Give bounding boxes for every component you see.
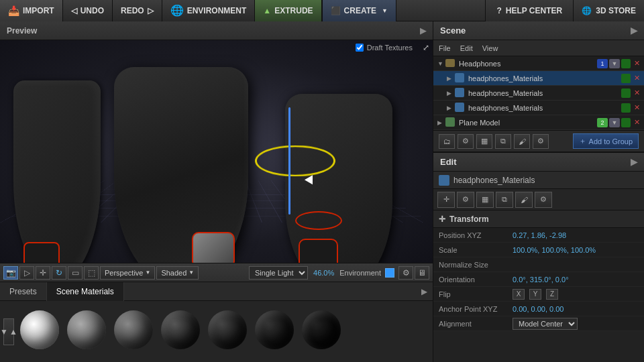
- mat-icon-2: [455, 88, 466, 99]
- tree-item-mat1[interactable]: ▶ headphones_Materials ✕: [433, 71, 644, 86]
- mat3-visibility[interactable]: [621, 103, 631, 113]
- anchor-value[interactable]: 0.00, 0.00, 0.00: [513, 305, 564, 313]
- scene-menu-view[interactable]: View: [482, 44, 498, 52]
- draft-textures-checkbox[interactable]: [356, 44, 364, 52]
- alignment-dropdown[interactable]: Model Center: [513, 318, 578, 330]
- preview-expand-icon[interactable]: ▶: [420, 26, 426, 36]
- settings-button[interactable]: ⚙: [398, 266, 413, 280]
- mat-icon-1: [455, 73, 466, 84]
- viewport[interactable]: Draft Textures ⤢: [0, 40, 433, 263]
- settings-tool-button[interactable]: ⚙: [458, 134, 474, 149]
- orientation-label: Orientation: [439, 276, 513, 284]
- dup-edit-button[interactable]: ⧉: [496, 192, 513, 208]
- plane-visibility[interactable]: [621, 118, 631, 127]
- select-tool-button[interactable]: ▷: [19, 266, 34, 280]
- flip-row: Flip X Y Z: [433, 287, 644, 302]
- headphones-close[interactable]: ✕: [632, 59, 641, 68]
- move-tool-button[interactable]: ✛: [36, 266, 50, 280]
- mat3-close[interactable]: ✕: [632, 103, 641, 113]
- sphere-dark: [208, 310, 247, 349]
- tree-expand-mat3[interactable]: ▶: [447, 105, 455, 111]
- scale-value[interactable]: 100.0%, 100.0%, 100.0%: [513, 246, 596, 254]
- presets-tab[interactable]: Presets: [0, 282, 47, 301]
- render-button[interactable]: 🖥: [415, 266, 429, 280]
- help-center-button[interactable]: ? HELP CENTER: [485, 0, 573, 21]
- material-sphere-6[interactable]: [252, 304, 296, 355]
- import-button[interactable]: 📥 IMPORT: [0, 0, 63, 21]
- orientation-value[interactable]: 0.0°, 315.0°, 0.0°: [513, 276, 569, 284]
- plane-menu-arrow[interactable]: ▼: [609, 118, 620, 127]
- bottom-panel-expand-icon[interactable]: ▶: [416, 282, 433, 300]
- tree-expand-mat2[interactable]: ▶: [447, 90, 455, 97]
- tree-expand-plane[interactable]: ▶: [437, 119, 445, 126]
- grid-tool-button[interactable]: ▦: [476, 134, 492, 149]
- create-button[interactable]: ⬛ CREATE ▼: [322, 0, 396, 21]
- flip-z-button[interactable]: Z: [546, 289, 558, 300]
- scale-row: Scale 100.0%, 100.0%, 100.0%: [433, 243, 644, 257]
- arc-blue: [288, 107, 290, 215]
- gear-edit-button[interactable]: ⚙: [457, 192, 474, 208]
- headphones-visibility[interactable]: [621, 59, 631, 68]
- mat2-visibility[interactable]: [621, 88, 631, 98]
- tree-item-mat3[interactable]: ▶ headphones_Materials ✕: [433, 101, 644, 115]
- position-value[interactable]: 0.27, 1.86, -2.98: [513, 231, 566, 239]
- options-edit-button[interactable]: ⚙: [535, 192, 552, 208]
- material-sphere-3[interactable]: [111, 304, 155, 355]
- environment-button[interactable]: 🌐 ENVIRONMENT: [162, 0, 256, 21]
- store-icon: 🌐: [582, 6, 592, 15]
- edit-expand-icon[interactable]: ▶: [631, 157, 637, 167]
- redo-button[interactable]: REDO ▷: [113, 0, 162, 21]
- tree-item-headphones[interactable]: ▼ Headphones 1 ▼ ✕: [433, 56, 644, 71]
- scene-expand-icon[interactable]: ▶: [631, 25, 637, 36]
- duplicate-button[interactable]: ⧉: [495, 134, 511, 149]
- orientation-row: Orientation 0.0°, 315.0°, 0.0°: [433, 272, 644, 287]
- add-to-group-button[interactable]: ＋ Add to Group: [573, 133, 639, 149]
- camera-button[interactable]: 📷: [3, 266, 18, 280]
- add-item-button[interactable]: 🗂: [439, 134, 455, 149]
- scene-materials-tab[interactable]: Scene Materials: [47, 282, 124, 301]
- scene-menu-file[interactable]: File: [439, 44, 451, 52]
- tree-expand-mat1[interactable]: ▶: [447, 75, 455, 82]
- perspective-dropdown[interactable]: Perspective ▼: [100, 266, 155, 280]
- viewport-expand-button[interactable]: ⤢: [423, 43, 429, 52]
- scene-menu-edit[interactable]: Edit: [460, 44, 473, 52]
- tree-item-plane[interactable]: ▶ Plane Model 2 ▼ ✕: [433, 115, 644, 130]
- plane-close[interactable]: ✕: [632, 118, 641, 127]
- frame-button[interactable]: ▭: [68, 266, 83, 280]
- crop-button[interactable]: ⬚: [84, 266, 99, 280]
- grid-edit-button[interactable]: ▦: [476, 192, 494, 208]
- preview-label: Preview: [7, 26, 37, 36]
- store-button[interactable]: 🌐 3D STORE: [573, 0, 644, 21]
- tree-expand-headphones[interactable]: ▼: [437, 60, 445, 67]
- sphere-darker: [255, 310, 294, 349]
- scroll-up-button[interactable]: ▲▼: [3, 318, 14, 345]
- mat2-close[interactable]: ✕: [632, 88, 641, 98]
- light-dropdown[interactable]: Single Light: [249, 266, 308, 280]
- rotate-tool-button[interactable]: ↻: [52, 266, 66, 280]
- shaded-dropdown[interactable]: Shaded ▼: [156, 266, 199, 280]
- mat1-close[interactable]: ✕: [632, 74, 641, 83]
- plane-badge: 2: [597, 118, 608, 127]
- material-sphere-4[interactable]: [158, 304, 202, 355]
- options-button[interactable]: ⚙: [533, 134, 549, 149]
- mat1-visibility[interactable]: [621, 74, 631, 83]
- flip-x-button[interactable]: X: [513, 289, 525, 300]
- undo-button[interactable]: ◁ UNDO: [63, 0, 113, 21]
- material-sphere-2[interactable]: [64, 304, 108, 355]
- environment-toggle[interactable]: [385, 268, 394, 278]
- flip-y-button[interactable]: Y: [529, 289, 541, 300]
- scene-menu: File Edit View: [433, 40, 644, 56]
- material-sphere-7[interactable]: [299, 304, 343, 355]
- paint-edit-button[interactable]: 🖌: [515, 192, 533, 208]
- environment-label: Environment: [339, 269, 381, 277]
- extrude-button[interactable]: ▲ EXTRUDE: [255, 0, 321, 21]
- material-sphere-5[interactable]: [205, 304, 249, 355]
- edit-title: Edit: [440, 157, 457, 167]
- right-panel: Scene ▶ File Edit View ▼ Headphones 1 ▼ …: [433, 21, 644, 362]
- headphones-menu-arrow[interactable]: ▼: [609, 59, 620, 68]
- tree-item-mat2[interactable]: ▶ headphones_Materials ✕: [433, 86, 644, 101]
- move-edit-button[interactable]: ✛: [437, 192, 455, 208]
- material-sphere-1[interactable]: [17, 304, 61, 355]
- transform-header[interactable]: ✛ Transform: [433, 210, 644, 228]
- paint-button[interactable]: 🖌: [514, 134, 530, 149]
